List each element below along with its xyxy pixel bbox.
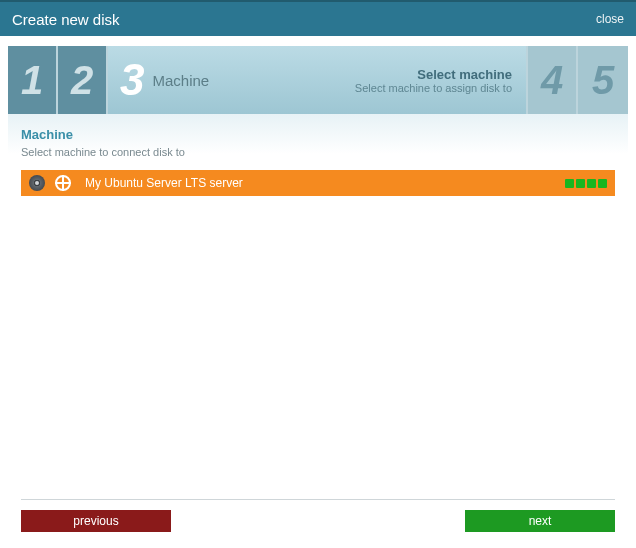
close-button[interactable]: close [596, 12, 624, 26]
step-number: 3 [108, 55, 152, 105]
step-heading: Select machine [355, 67, 512, 82]
section-title: Machine [21, 127, 615, 142]
previous-button[interactable]: previous [21, 510, 171, 532]
machine-name: My Ubuntu Server LTS server [85, 176, 565, 190]
machine-row[interactable]: My Ubuntu Server LTS server [21, 170, 615, 196]
disk-icon [29, 175, 45, 191]
wizard-stepbar: 1 2 3 Machine Select machine Select mach… [8, 46, 628, 114]
dialog-create-disk: Create new disk close 1 2 3 Machine Sele… [0, 0, 636, 548]
signal-indicator [565, 179, 607, 188]
window-title: Create new disk [12, 11, 596, 28]
ubuntu-icon [55, 175, 71, 191]
step-1[interactable]: 1 [8, 46, 58, 114]
content-panel: Machine Select machine to connect disk t… [8, 114, 628, 540]
machine-list: My Ubuntu Server LTS server [21, 170, 615, 499]
step-5[interactable]: 5 [578, 46, 628, 114]
wizard-footer: previous next [21, 499, 615, 532]
step-subheading: Select machine to assign disk to [355, 82, 512, 94]
step-2[interactable]: 2 [58, 46, 108, 114]
step-label: Machine [152, 72, 209, 89]
step-3-current: 3 Machine Select machine Select machine … [108, 46, 528, 114]
step-4[interactable]: 4 [528, 46, 578, 114]
section-subtitle: Select machine to connect disk to [21, 146, 615, 158]
next-button[interactable]: next [465, 510, 615, 532]
titlebar: Create new disk close [0, 2, 636, 36]
